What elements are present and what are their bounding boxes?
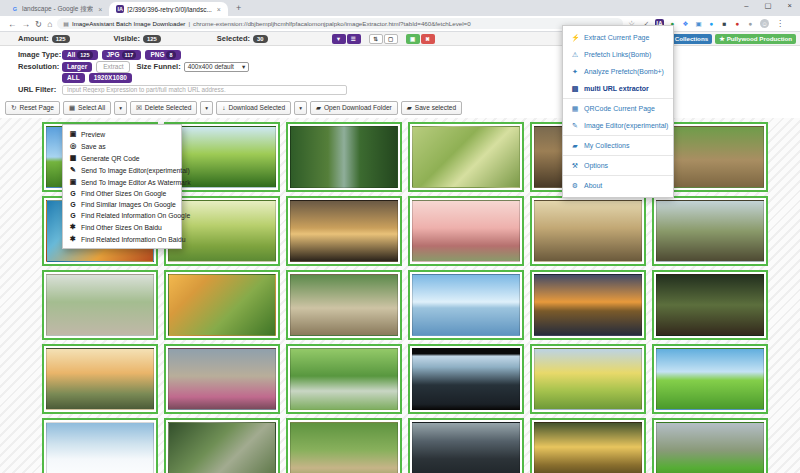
filter-icon[interactable]: ▼ [332, 34, 346, 44]
url-filter-input[interactable] [62, 85, 347, 95]
thumb-night-pergola-garden[interactable] [652, 270, 768, 340]
menu-separator [563, 175, 673, 176]
image-type-jpg-button[interactable]: JPG117 [102, 50, 142, 60]
thumb-forest-flagstone-path[interactable] [286, 344, 402, 414]
image-type-all-button[interactable]: All125 [62, 50, 98, 60]
resolution-1920x1080-button[interactable]: 1920X1080 [89, 73, 132, 83]
select-all-button-caret[interactable]: ▾ [114, 101, 127, 115]
context-menu-item-find-other-sizes-google[interactable]: GFind Other Sizes On Google [63, 188, 181, 199]
sort-toggle-icon[interactable]: ⇅ [369, 34, 383, 44]
back-icon[interactable]: ← [8, 19, 17, 29]
download-selected-button[interactable]: ↓Download Selected [216, 101, 291, 115]
thumb-stone-stairs-garden[interactable] [286, 270, 402, 340]
reset-page-button[interactable]: ↻Reset Page [5, 101, 60, 115]
profile-avatar[interactable]: ☺ [760, 19, 769, 28]
close-panel-button[interactable]: ✖ [421, 34, 435, 44]
delete-selected-button[interactable]: ☒Delete Selected [130, 101, 197, 115]
thumb-forest-stream[interactable] [286, 122, 402, 192]
menu-item-analyze-prefetch[interactable]: ✦Analyze Prefetch(Bomb+) [563, 63, 673, 80]
url-filter-label: URL Filter: [0, 84, 62, 95]
size-funnel-select[interactable]: 400x400 default ▾ [184, 62, 250, 72]
thumb-wildflower-stream[interactable] [164, 344, 280, 414]
show-images-button[interactable]: ▣ [406, 34, 420, 44]
menu-item-image-editor[interactable]: ✎Image Editor(experimental) [563, 117, 673, 134]
context-menu-item-find-related-info-google[interactable]: GFind Related Information On Google [63, 210, 181, 221]
tab-close-icon[interactable]: × [217, 6, 221, 13]
thumb-flooded-meadow[interactable] [42, 270, 158, 340]
close-window-button[interactable]: × [788, 1, 792, 10]
larger-button[interactable]: Larger [62, 62, 92, 72]
menu-item-multi-url-extractor[interactable]: ▤multi URL extractor [563, 80, 673, 97]
forward-icon[interactable]: → [22, 19, 31, 29]
thumb-shrub-lined-path[interactable] [286, 418, 402, 473]
imageassistant-favicon: IA [116, 5, 124, 13]
thumb-aerial-farmland[interactable] [408, 122, 524, 192]
reload-icon[interactable]: ↻ [35, 19, 42, 29]
new-tab-button[interactable]: + [236, 3, 241, 13]
home-icon[interactable]: ⌂ [47, 19, 52, 29]
minimize-button[interactable]: – [744, 1, 748, 10]
context-menu-item-preview[interactable]: ▣Preview [63, 128, 181, 140]
omnibox[interactable]: ▤ ImageAssistant Batch Image Downloader … [57, 18, 623, 29]
thumb-shrub-lined-path-image [290, 422, 398, 473]
thumb-golden-pond-sunset[interactable] [530, 418, 646, 473]
ext-photo-icon[interactable]: ▣ [694, 19, 703, 28]
thumb-night-pergola-garden-image [656, 274, 764, 336]
thumb-pink-mountain[interactable] [408, 196, 524, 266]
delete-selected-button-caret[interactable]: ▾ [200, 101, 213, 115]
image-type-png-button[interactable]: PNG8 [145, 50, 180, 60]
context-menu-item-generate-qr-code[interactable]: ▦Generate QR Code [63, 152, 181, 164]
star-icon: ★ [719, 35, 725, 43]
context-menu-item-send-to-image-editor[interactable]: ✎Send To Image Editor(experimental) [63, 164, 181, 176]
thumb-rope-bridge-sunrise[interactable] [42, 344, 158, 414]
ext-bird-icon[interactable]: ● [707, 19, 716, 28]
extension-dropdown-menu: ⚡Extract Current Page⚠Prefetch Links(Bom… [562, 25, 674, 198]
browser-tab-2[interactable]: IA[2/396/396-retry:0/0]/landsc...× [109, 2, 228, 16]
ext-dark-icon[interactable]: ■ [720, 19, 729, 28]
context-menu-item-find-related-info-baidu[interactable]: ✱Find Related Information On Baidu [63, 233, 181, 245]
thumb-eucalyptus-grove[interactable] [652, 196, 768, 266]
thumb-green-pasture-blue-sky[interactable] [652, 344, 768, 414]
menu-item-options[interactable]: ⚒Options [563, 157, 673, 174]
open-download-folder-button[interactable]: ▰Open Download Folder [310, 101, 398, 115]
menu-item-label: Image Editor(experimental) [584, 122, 668, 129]
thumb-golden-meadow-hills[interactable] [530, 344, 646, 414]
ext-blue-shapes-icon[interactable]: ❖ [681, 19, 690, 28]
list-view-icon[interactable]: ☰ [347, 34, 361, 44]
thumb-aerial-courtyard-garden[interactable] [164, 418, 280, 473]
resolution-all-button[interactable]: ALL [62, 73, 85, 83]
menu-item-extract-current-page[interactable]: ⚡Extract Current Page [563, 29, 673, 46]
thumb-canyon-waterfall[interactable] [408, 418, 524, 473]
ext-gray-dot-icon[interactable]: ● [746, 19, 755, 28]
thumb-sunset-lake-silhouette[interactable] [286, 196, 402, 266]
thumb-front-yard-lawn[interactable] [652, 418, 768, 473]
maximize-button[interactable]: ▢ [765, 1, 772, 10]
menu-separator [563, 155, 673, 156]
ext-red-dot-icon[interactable]: ● [733, 19, 742, 28]
browser-menu-icon[interactable]: ⋮ [776, 19, 784, 28]
thumb-dusk-lake-reflection[interactable] [530, 270, 646, 340]
context-menu-item-save-as[interactable]: ◎Save as [63, 140, 181, 152]
thumb-sunrise-garden-path[interactable] [164, 270, 280, 340]
tab-title: [2/396/396-retry:0/0]/landsc... [127, 6, 212, 13]
menu-item-prefetch-links[interactable]: ⚠Prefetch Links(Bomb) [563, 46, 673, 63]
extract-button[interactable]: Extract [96, 61, 130, 73]
thumb-snowy-peaks[interactable] [42, 418, 158, 473]
pullywood-production-button[interactable]: ★ Pullywood Production [715, 34, 796, 44]
tab-close-icon[interactable]: × [98, 6, 102, 13]
thumb-mountain-lake-mirror[interactable] [408, 270, 524, 340]
menu-item-about[interactable]: ⚙About [563, 177, 673, 194]
context-menu-item-send-as-watermark[interactable]: ▣Send To Image Editor As Watermark [63, 176, 181, 188]
menu-item-qrcode-current-page[interactable]: ▦QRCode Current Page [563, 100, 673, 117]
thumb-misty-valley-sunrise[interactable] [530, 196, 646, 266]
context-menu-item-find-similar-images-google[interactable]: GFind Similar Images On Google [63, 199, 181, 210]
selected-badge: 30 [253, 35, 267, 43]
context-menu-item-find-other-sizes-baidu[interactable]: ✱Find Other Sizes On Baidu [63, 221, 181, 233]
menu-item-my-collections[interactable]: ▰My Collections [563, 137, 673, 154]
frame-toggle-icon[interactable]: ▢ [384, 34, 398, 44]
save-selected-button[interactable]: ▰Save selected [401, 101, 462, 115]
browser-tab-1[interactable]: Glandscape - Google 搜索× [4, 2, 109, 16]
select-all-button[interactable]: ▦Select All [63, 101, 111, 115]
thumb-dark-mountain-ridge[interactable] [408, 344, 524, 414]
download-selected-button-caret[interactable]: ▾ [294, 101, 307, 115]
